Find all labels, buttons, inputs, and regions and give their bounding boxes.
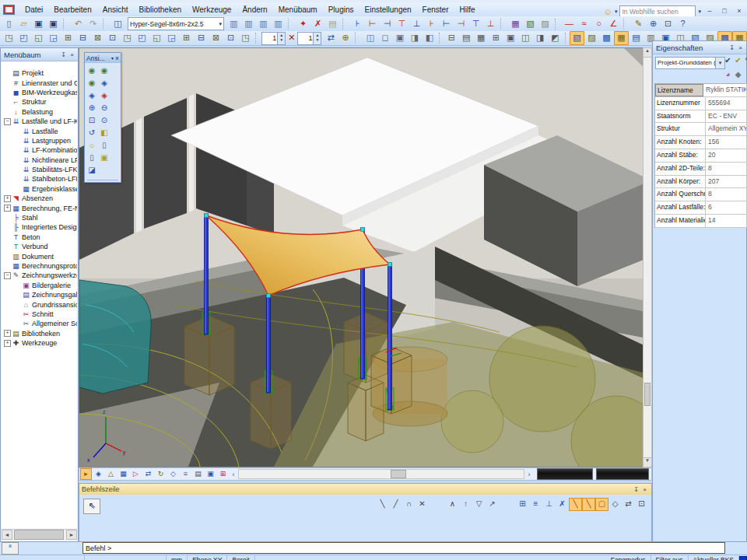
menu-item[interactable]: Ändern bbox=[237, 4, 272, 16]
menu-item[interactable]: Ansicht bbox=[97, 4, 134, 16]
preview-box-1[interactable] bbox=[537, 468, 593, 480]
save-icon[interactable]: ▣ bbox=[31, 17, 46, 31]
polar-mode-icon[interactable]: ✗ bbox=[556, 498, 569, 511]
shade-icon[interactable]: ⇄ bbox=[142, 468, 154, 480]
view-front-icon[interactable]: ◉ bbox=[86, 77, 98, 89]
close-icon[interactable]: × bbox=[736, 44, 745, 51]
zoom-property-icon[interactable]: ◆ bbox=[733, 70, 743, 80]
tree-item[interactable]: + ✚ Werkzeuge bbox=[2, 338, 77, 348]
tree-expander-icon[interactable] bbox=[4, 263, 11, 270]
tree-expander-icon[interactable] bbox=[14, 137, 21, 144]
project-manager-icon[interactable]: ▥ bbox=[226, 17, 241, 31]
menu-item[interactable]: Datei bbox=[19, 4, 48, 16]
view-manager-icon[interactable]: ◫ bbox=[110, 17, 125, 31]
snap-endpoint-icon[interactable]: ╲ bbox=[376, 498, 389, 511]
status-unit[interactable]: mm bbox=[167, 555, 188, 560]
angle-tool-icon[interactable]: ∠ bbox=[606, 17, 621, 31]
navigator-icon[interactable]: ◫ bbox=[518, 31, 533, 45]
lock-icon[interactable]: ◇ bbox=[608, 498, 622, 511]
draw-solid-icon[interactable]: ⊞ bbox=[61, 31, 75, 45]
line-tool-icon[interactable]: — bbox=[562, 17, 577, 31]
tree-item[interactable]: T Beton bbox=[2, 233, 77, 242]
pan-icon[interactable]: ◈ bbox=[93, 468, 104, 480]
model-selector-combo[interactable]: Hyper-Segel-8x6m-2x2.5 ▾ bbox=[128, 17, 224, 30]
snap-settings-icon[interactable]: ⊞ bbox=[516, 498, 529, 511]
close-icon[interactable]: × bbox=[640, 486, 649, 493]
cursor-mode-button[interactable]: ⇖ bbox=[83, 499, 100, 514]
tree-expander-icon[interactable]: + bbox=[4, 205, 11, 212]
mass-print-icon[interactable]: ⊞ bbox=[489, 31, 503, 45]
toolbar-separator[interactable] bbox=[501, 498, 514, 511]
tree-expander-icon[interactable] bbox=[14, 147, 21, 154]
support-tool-icon[interactable]: ⊤ bbox=[395, 17, 409, 31]
hscroll-right-icon[interactable]: › bbox=[524, 471, 534, 478]
print-view-icon[interactable]: ▯ bbox=[86, 152, 98, 164]
pencil-icon[interactable]: ✎ bbox=[631, 17, 646, 31]
draw-node-icon[interactable]: ◳ bbox=[2, 31, 16, 45]
tree-item[interactable]: ◼ BIM-Werkzeugkasten bbox=[2, 88, 77, 97]
new-file-icon[interactable]: ▯ bbox=[2, 17, 16, 31]
object-track-icon[interactable]: ╲ bbox=[582, 498, 595, 511]
menu-item[interactable]: Fenster bbox=[417, 4, 454, 16]
scroll-up-icon[interactable]: ▲ bbox=[644, 48, 651, 58]
object-snap-icon[interactable]: ╲ bbox=[569, 498, 582, 511]
menu-item[interactable]: Hilfe bbox=[454, 4, 480, 16]
what-is-icon[interactable]: ? bbox=[675, 17, 690, 31]
tree-expander-icon[interactable]: + bbox=[4, 195, 11, 202]
report-icon[interactable]: ⊟ bbox=[444, 31, 459, 45]
toolbar-separator[interactable] bbox=[623, 18, 630, 30]
tree-item[interactable]: − ⇊ Lastfälle und LF-Kombinatic bbox=[2, 117, 77, 126]
tree-item[interactable]: # Linienraster und Geschosse bbox=[2, 78, 77, 87]
menu-item[interactable]: Bearbeiten bbox=[48, 4, 96, 16]
view-x-icon[interactable]: ◈ bbox=[98, 77, 110, 89]
redo-icon[interactable]: ↷ bbox=[86, 17, 100, 31]
array-icon[interactable]: ◰ bbox=[135, 31, 149, 45]
tree-expander-icon[interactable] bbox=[4, 243, 11, 250]
snap-nearest-icon[interactable]: ▽ bbox=[472, 498, 486, 511]
surface-tool-icon[interactable]: ⊣ bbox=[380, 17, 395, 31]
help-dropdown-icon[interactable]: ▾ bbox=[615, 9, 618, 15]
tree-item[interactable]: ▥ Dokument bbox=[2, 251, 77, 261]
view-y-icon[interactable]: ◈ bbox=[86, 89, 98, 102]
measure-icon[interactable]: ⊡ bbox=[661, 17, 675, 31]
ortho-mode-icon[interactable]: ⊥ bbox=[542, 498, 556, 511]
window-split-icon[interactable]: ◨ bbox=[407, 31, 422, 45]
chart-pie-icon[interactable]: ◕ bbox=[723, 70, 733, 80]
snap-midpoint-icon[interactable]: ╱ bbox=[389, 498, 402, 511]
tree-item[interactable]: ▤ Projekt bbox=[2, 68, 77, 78]
tree-item[interactable]: ✂ Schnitt bbox=[2, 310, 77, 319]
property-row[interactable]: Anzahl Körper: 207 bbox=[655, 176, 747, 189]
menu-item[interactable]: Werkzeuge bbox=[187, 4, 237, 16]
tree-expander-icon[interactable]: + bbox=[4, 340, 11, 347]
wireframe-icon[interactable]: △ bbox=[105, 468, 117, 480]
tree-expander-icon[interactable] bbox=[4, 70, 11, 77]
clipboard-icon[interactable]: ▤ bbox=[325, 17, 340, 31]
tree-item[interactable]: ▤ Zeichnungsgalerie bbox=[2, 290, 77, 299]
tree-expander-icon[interactable] bbox=[4, 89, 11, 96]
tree-item[interactable]: ⇊ Lastfälle bbox=[2, 126, 77, 135]
copy-view-icon[interactable]: ▯ bbox=[98, 139, 110, 152]
tree-item[interactable]: ↓ Belastung bbox=[2, 107, 77, 117]
snap-tangent-icon[interactable]: ↑ bbox=[459, 498, 472, 511]
zoom-extents-icon[interactable]: ⊙ bbox=[98, 114, 110, 127]
show-grid-icon[interactable]: ▦ bbox=[614, 31, 629, 45]
viewport-vertical-scrollbar[interactable]: ▲ ▼ bbox=[643, 47, 652, 467]
dimension-icon[interactable]: ◳ bbox=[238, 31, 253, 45]
window-close-icon[interactable]: ◧ bbox=[422, 31, 437, 45]
hammer-icon[interactable]: ✦ bbox=[296, 17, 310, 31]
toolbar-separator[interactable] bbox=[342, 18, 349, 30]
draw-opening-icon[interactable]: ◲ bbox=[46, 31, 61, 45]
vscroll-thumb[interactable] bbox=[644, 383, 651, 406]
move-icon[interactable]: ⊠ bbox=[90, 31, 105, 45]
tree-expander-icon[interactable] bbox=[4, 108, 11, 115]
tree-item[interactable]: + ▦ Berechnung, FE-Netz bbox=[2, 203, 77, 212]
dynamic-input-icon[interactable]: ▢ bbox=[595, 498, 608, 511]
tree-expander-icon[interactable]: − bbox=[4, 272, 11, 279]
edit-check-icon[interactable]: ✔ bbox=[723, 56, 733, 66]
tree-item[interactable]: ╟ Integriertes Design Forms bbox=[2, 222, 77, 232]
filter-icon[interactable]: ▨ bbox=[538, 17, 552, 31]
tree-item[interactable]: + ▤ Bibliotheken bbox=[2, 329, 77, 338]
status-filter[interactable]: Filter aus bbox=[651, 555, 689, 560]
save-all-icon[interactable]: ▣ bbox=[46, 17, 61, 31]
tree-expander-icon[interactable] bbox=[14, 185, 21, 192]
